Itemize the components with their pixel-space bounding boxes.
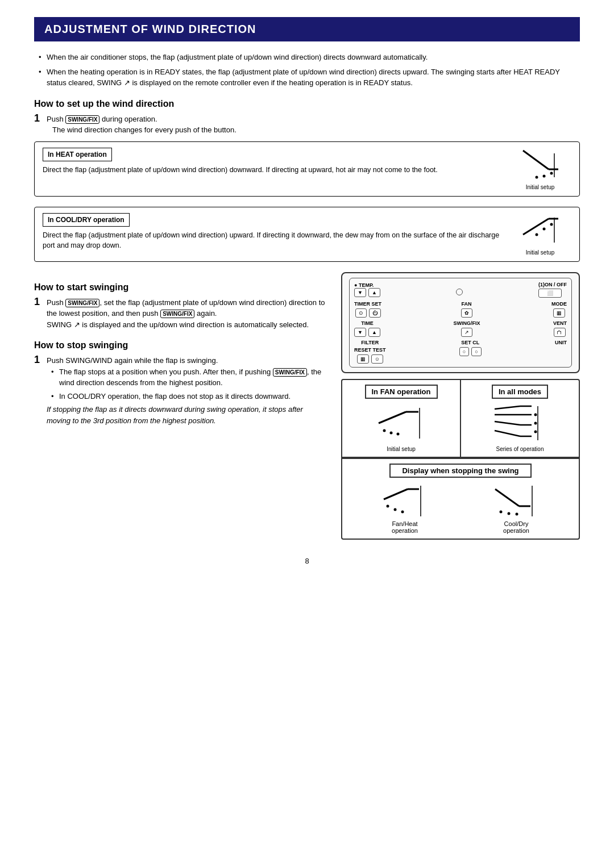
swing-fix-btn4: SWING/FIX	[273, 368, 307, 377]
svg-line-36	[495, 489, 519, 506]
heat-diagram: Initial setup	[509, 148, 571, 190]
swing-title: How to start swinging	[34, 282, 327, 293]
svg-point-26	[534, 413, 537, 416]
cool-diagram: Initial setup	[509, 213, 571, 256]
cool-dry-stop-icon	[491, 482, 542, 519]
cool-box-text: Direct the flap (adjustment plate of up/…	[43, 230, 509, 252]
svg-point-2	[550, 172, 553, 174]
vent-col: VENT ⛫	[553, 320, 567, 337]
stop-sub1: The flap stops at a position when you pu…	[47, 366, 327, 389]
svg-point-14	[383, 429, 385, 432]
all-modes-col: In all modes	[461, 380, 579, 457]
swing-fix-btn2: SWING/FIX	[65, 299, 99, 307]
svg-line-6	[523, 219, 549, 235]
stop-diagrams: Fan/Heatoperation	[349, 482, 572, 534]
swing-fix-btn-inline: SWING/FIX	[65, 115, 99, 124]
stop-note: If stopping the flap as it directs downw…	[47, 404, 327, 426]
temp-group: ● TEMP. ▼ ▲	[354, 282, 380, 297]
timer-set-col: TIMER SET ⊙ ⏻	[354, 301, 381, 318]
cool-dry-stop: Cool/Dryoperation	[491, 482, 542, 534]
svg-point-16	[396, 432, 399, 435]
reset-test-label: RESET TEST	[354, 347, 386, 353]
svg-point-39	[508, 512, 511, 515]
time-col: TIME ▼ ▲	[354, 320, 380, 337]
mode-btn[interactable]: ▦	[553, 308, 565, 318]
on-off-btn[interactable]: ⬜	[538, 289, 562, 298]
setup-title: How to set up the wind direction	[34, 99, 580, 109]
svg-line-0	[523, 151, 549, 169]
left-column: How to start swinging 1 Push SWING/FIX, …	[34, 272, 327, 430]
mode-label: MODE	[551, 301, 567, 307]
heat-operation-box: In HEAT operation Direct the flap (adjus…	[34, 141, 580, 197]
all-modes-title: In all modes	[492, 385, 548, 399]
vent-label: VENT	[553, 320, 567, 326]
temp-up-btn[interactable]: ▲	[368, 288, 380, 297]
remote-diagram: ● TEMP. ▼ ▲ (1)ON / OFF ⬜	[341, 272, 580, 373]
indicator-dot	[456, 289, 463, 295]
bullet-2: When the heating operation is in READY s…	[36, 66, 578, 89]
svg-line-24	[495, 431, 520, 436]
page-number: 8	[34, 557, 580, 565]
svg-line-22	[495, 422, 520, 425]
fan-operation-col: In FAN operation Initial setup	[342, 380, 461, 457]
heat-initial-label: Initial setup	[509, 184, 571, 190]
fan-initial-label: Initial setup	[349, 446, 453, 452]
svg-point-9	[543, 227, 546, 230]
setup-step1: 1 Push SWING/FIX during operation. The w…	[34, 114, 580, 136]
svg-point-32	[387, 504, 389, 507]
time-up-btn[interactable]: ▲	[368, 328, 380, 337]
stop-swing-title: Display when stopping the swing	[389, 464, 531, 478]
svg-point-38	[500, 510, 503, 513]
stop-step1-text: Push SWING/WIND again while the flap is …	[47, 356, 218, 365]
fan-operation-title: In FAN operation	[365, 385, 438, 399]
svg-point-10	[536, 233, 538, 236]
all-modes-label: Series of operation	[468, 446, 572, 452]
fan-col: FAN ✿	[461, 301, 472, 318]
cool-box-title: In COOL/DRY operation	[43, 213, 130, 227]
time-label: TIME	[361, 320, 374, 326]
svg-point-40	[516, 512, 518, 515]
svg-point-15	[389, 431, 392, 434]
cl-btn[interactable]: ○	[471, 347, 481, 356]
remote-mid-row: TIMER SET ⊙ ⏻ FAN ✿ MODE ▦	[354, 301, 567, 318]
heat-flap-icon	[517, 148, 563, 182]
swing-stop-section: Display when stopping the swing	[342, 458, 579, 539]
fan-heat-stop: Fan/Heatoperation	[379, 482, 430, 534]
timer-btn1[interactable]: ⊙	[355, 308, 367, 318]
remote-lower-mid-row: TIME ▼ ▲ SWING/FIX ↗ VENT ⛫	[354, 320, 567, 337]
step1-sub: The wind direction changes for every pus…	[52, 126, 237, 134]
swing-top-row: In FAN operation Initial setup	[342, 380, 579, 458]
fan-btn[interactable]: ✿	[461, 308, 472, 318]
svg-point-33	[394, 508, 397, 511]
temp-down-btn[interactable]: ▼	[354, 288, 366, 297]
remote-bottom-row: FILTER RESET TEST ▦ ☺ SET CL ○ ○	[354, 340, 567, 364]
svg-line-30	[384, 489, 408, 499]
temp-label: ● TEMP.	[354, 282, 380, 288]
timer-set-label: TIMER SET	[354, 301, 381, 307]
two-col-section: How to start swinging 1 Push SWING/FIX, …	[34, 272, 580, 540]
swing-step1d: SWING ↗ is displayed and the up/down win…	[47, 320, 309, 329]
swing-fix-main-btn[interactable]: ↗	[461, 328, 472, 337]
cool-flap-icon	[517, 213, 563, 247]
intro-bullets: When the air conditioner stops, the flap…	[34, 52, 580, 89]
reset-btn[interactable]: ☺	[371, 354, 383, 364]
unit-label: UNIT	[555, 340, 567, 345]
svg-line-12	[379, 412, 406, 423]
set-btn[interactable]: ○	[459, 347, 469, 356]
unit-col: UNIT	[555, 340, 567, 364]
filter-btn[interactable]: ▦	[357, 354, 369, 364]
svg-point-8	[550, 223, 553, 226]
stop-step1: 1 Push SWING/WIND again while the flap i…	[34, 355, 327, 426]
svg-line-18	[495, 406, 520, 409]
svg-point-27	[534, 422, 537, 424]
filter-label: FILTER	[361, 340, 379, 345]
heat-box-text: Direct the flap (adjustment plate of up/…	[43, 165, 509, 176]
vent-btn[interactable]: ⛫	[554, 328, 566, 337]
on-off-label: (1)ON / OFF	[538, 282, 567, 287]
right-column: ● TEMP. ▼ ▲ (1)ON / OFF ⬜	[341, 272, 580, 540]
time-down-btn[interactable]: ▼	[354, 328, 366, 337]
fan-label: FAN	[462, 301, 472, 307]
stop-sub2: In COOL/DRY operation, the flap does not…	[47, 391, 327, 402]
timer-btn2[interactable]: ⏻	[369, 308, 381, 318]
mode-col: MODE ▦	[551, 301, 567, 318]
